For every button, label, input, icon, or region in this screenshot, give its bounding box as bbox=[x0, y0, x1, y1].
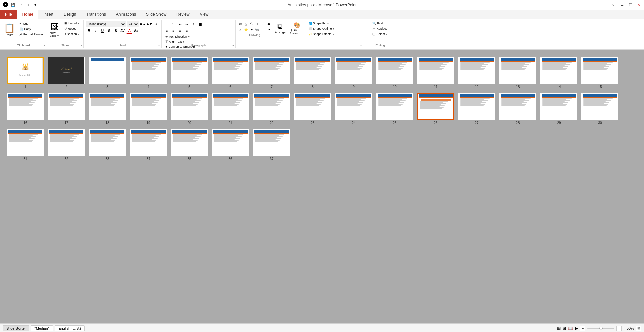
slide-item[interactable]: 30 bbox=[581, 93, 618, 125]
slide-thumb-18[interactable] bbox=[89, 93, 126, 120]
slide-sorter-tab[interactable]: Slide Sorter bbox=[3, 325, 29, 331]
align-center-button[interactable]: ≡ bbox=[170, 28, 176, 34]
slide-thumb-20[interactable] bbox=[171, 93, 208, 120]
shape-heart[interactable]: ♥ bbox=[249, 27, 254, 32]
slide-thumb-9[interactable] bbox=[335, 57, 372, 84]
quick-styles-button[interactable]: 🎨 Quick Styles bbox=[289, 21, 306, 36]
slide-thumb-6[interactable] bbox=[212, 57, 249, 84]
slide-item[interactable]: 31 bbox=[7, 129, 44, 161]
font-size-select[interactable]: 24 bbox=[127, 21, 139, 27]
slide-item[interactable]: 33 bbox=[89, 129, 126, 161]
slide-item[interactable]: 28 bbox=[499, 93, 536, 125]
slide-item[interactable]: 24 bbox=[335, 93, 372, 125]
slide-item[interactable]: 37 bbox=[253, 129, 290, 161]
shape-arrow-right[interactable]: ▷ bbox=[238, 27, 243, 32]
view-normal-icon[interactable]: ▦ bbox=[557, 326, 561, 331]
select-button[interactable]: ▢ Select ▼ bbox=[371, 32, 389, 36]
columns-button[interactable]: ||| bbox=[197, 21, 203, 27]
font-name-select[interactable]: Calibri (Body) bbox=[86, 21, 126, 27]
clipboard-expander[interactable]: ▾ bbox=[44, 44, 45, 47]
slide-thumb-33[interactable] bbox=[89, 129, 126, 156]
slide-item[interactable]: 10 bbox=[376, 57, 413, 89]
slides-expander[interactable]: ▾ bbox=[81, 44, 82, 47]
slide-thumb-17[interactable] bbox=[48, 93, 85, 120]
slide-thumb-2[interactable]: آنتی بیوتیکهاAntibiotics bbox=[48, 57, 85, 84]
font-expander[interactable]: ▾ bbox=[158, 44, 160, 47]
decrease-font-button[interactable]: A▼ bbox=[146, 21, 152, 27]
slide-thumb-34[interactable] bbox=[130, 129, 167, 156]
align-right-button[interactable]: ≡ bbox=[177, 28, 183, 34]
shadow-button[interactable]: S bbox=[113, 28, 119, 34]
shape-rect[interactable]: ▭ bbox=[238, 21, 243, 26]
slide-thumb-7[interactable] bbox=[253, 57, 290, 84]
undo-button[interactable]: ↩ bbox=[17, 2, 24, 8]
increase-indent-button[interactable]: ⇥ bbox=[184, 21, 190, 27]
zoom-slider[interactable] bbox=[587, 328, 614, 329]
slide-item[interactable]: 8 bbox=[294, 57, 331, 89]
slide-thumb-23[interactable] bbox=[294, 93, 331, 120]
slide-item[interactable]: 29 bbox=[540, 93, 577, 125]
shape-fill-button[interactable]: 🪣 Shape Fill ▼ bbox=[307, 21, 337, 26]
zoom-out-button[interactable]: – bbox=[580, 326, 585, 331]
arrange-button[interactable]: ⧉ Arrange bbox=[273, 21, 287, 35]
shape-more[interactable]: ▾ bbox=[266, 27, 272, 32]
slide-thumb-16[interactable] bbox=[7, 93, 44, 120]
slide-item[interactable]: 15 bbox=[581, 57, 618, 89]
tab-review[interactable]: Review bbox=[171, 10, 194, 19]
italic-button[interactable]: I bbox=[93, 28, 99, 34]
slide-item[interactable]: 9 bbox=[335, 57, 372, 89]
help-button[interactable]: ? bbox=[612, 3, 614, 7]
slide-thumb-14[interactable] bbox=[540, 57, 577, 84]
numbering-button[interactable]: 1. bbox=[170, 21, 176, 27]
slide-thumb-27[interactable] bbox=[458, 93, 495, 120]
shape-circle[interactable]: ○ bbox=[255, 21, 260, 26]
zoom-slider-thumb[interactable] bbox=[599, 327, 603, 330]
bullets-button[interactable]: ☰ bbox=[164, 21, 170, 27]
slide-thumb-19[interactable] bbox=[130, 93, 167, 120]
clear-format-button[interactable]: ✦ bbox=[153, 21, 159, 27]
underline-button[interactable]: U bbox=[99, 28, 105, 34]
find-button[interactable]: 🔍 Find bbox=[371, 21, 389, 26]
char-case-button[interactable]: Aa bbox=[133, 28, 139, 34]
slide-item[interactable]: 5 bbox=[171, 57, 208, 89]
slide-thumb-15[interactable] bbox=[581, 57, 618, 84]
paste-button[interactable]: 📋 Paste bbox=[2, 21, 17, 38]
char-spacing-button[interactable]: AV bbox=[119, 28, 126, 34]
close-button[interactable]: ✕ bbox=[636, 2, 641, 8]
slide-thumb-30[interactable] bbox=[581, 93, 618, 120]
justify-button[interactable]: ≡ bbox=[184, 28, 190, 34]
slide-item[interactable]: 4 bbox=[130, 57, 167, 89]
view-reading-icon[interactable]: 📖 bbox=[568, 326, 573, 331]
line-spacing-button[interactable]: ↕ bbox=[190, 21, 196, 27]
slide-thumb-26[interactable] bbox=[417, 93, 454, 120]
drawing-expander[interactable]: ▾ bbox=[360, 44, 362, 47]
slide-thumb-24[interactable] bbox=[335, 93, 372, 120]
tab-transitions[interactable]: Transitions bbox=[81, 10, 111, 19]
slide-item[interactable]: 21 bbox=[212, 93, 249, 125]
slide-sorter[interactable]: 🕌Arabic Title 1 آنتی بیوتیکهاAntibiotics… bbox=[0, 50, 644, 323]
shape-callout[interactable]: 💬 bbox=[255, 27, 260, 32]
replace-button[interactable]: ↔ Replace bbox=[371, 26, 389, 31]
shape-hexagon[interactable]: ⬡ bbox=[260, 21, 266, 26]
redo-button[interactable]: ↪ bbox=[25, 2, 31, 8]
slide-item[interactable]: 23 bbox=[294, 93, 331, 125]
slide-item[interactable]: 18 bbox=[89, 93, 126, 125]
slide-thumb-8[interactable] bbox=[294, 57, 331, 84]
align-left-button[interactable]: ≡ bbox=[164, 28, 170, 34]
shape-line[interactable]: — bbox=[260, 27, 266, 32]
shape-pentagon[interactable]: ⬠ bbox=[249, 21, 254, 26]
increase-font-button[interactable]: A▲ bbox=[140, 21, 146, 27]
save-button[interactable]: 💾 bbox=[10, 2, 16, 8]
slide-item[interactable]: 6 bbox=[212, 57, 249, 89]
slide-thumb-13[interactable] bbox=[499, 57, 536, 84]
slide-item[interactable]: 20 bbox=[171, 93, 208, 125]
slide-thumb-11[interactable] bbox=[417, 57, 454, 84]
shape-triangle[interactable]: △ bbox=[243, 21, 249, 26]
slide-item[interactable]: 16 bbox=[7, 93, 44, 125]
slide-item[interactable]: 34 bbox=[130, 129, 167, 161]
layout-button[interactable]: ⊞ Layout ▼ bbox=[63, 21, 81, 26]
shape-diamond[interactable]: ◆ bbox=[266, 21, 272, 26]
tab-view[interactable]: View bbox=[194, 10, 213, 19]
align-text-button[interactable]: ⊤ Align Text ▼ bbox=[164, 39, 233, 44]
slide-item[interactable]: 13 bbox=[499, 57, 536, 89]
